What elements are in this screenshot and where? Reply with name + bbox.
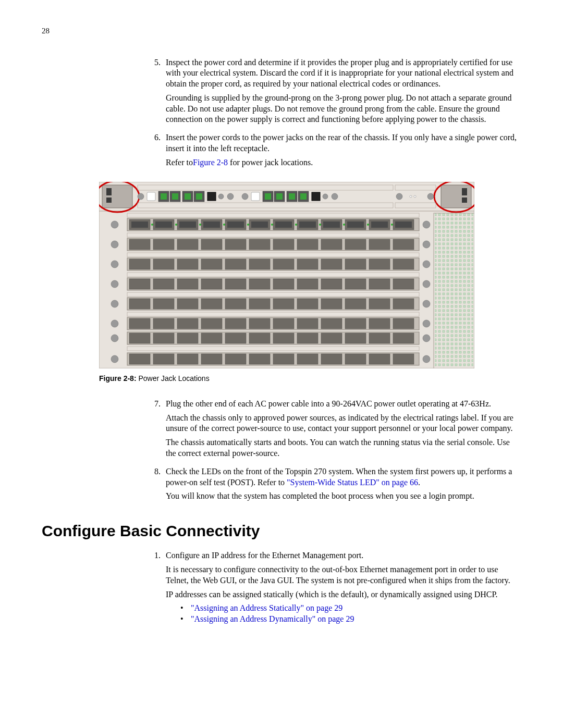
- svg-rect-91: [153, 239, 174, 250]
- svg-rect-90: [129, 239, 150, 250]
- svg-rect-176: [297, 333, 318, 343]
- svg-rect-92: [177, 239, 198, 250]
- svg-point-103: [111, 261, 118, 268]
- svg-rect-117: [393, 259, 414, 269]
- svg-rect-126: [225, 279, 246, 289]
- svg-rect-26: [251, 192, 260, 201]
- step-text: The chassis automatically starts and boo…: [166, 437, 521, 459]
- svg-rect-162: [321, 318, 342, 329]
- step-number: 6.: [146, 132, 166, 171]
- svg-point-37: [332, 193, 338, 200]
- svg-point-39: [396, 193, 402, 200]
- svg-rect-32: [289, 193, 295, 200]
- svg-rect-177: [321, 333, 342, 343]
- svg-point-40: [410, 195, 412, 198]
- svg-rect-143: [249, 299, 270, 309]
- step-text: Check the LEDs on the front of the Topsp…: [166, 466, 521, 488]
- step-text: Attach the chassis only to approved powe…: [166, 413, 521, 435]
- svg-rect-7: [462, 198, 467, 203]
- svg-rect-6: [462, 188, 467, 195]
- svg-rect-122: [129, 279, 150, 289]
- figure-caption: Figure 2-8: Power Jack Locations: [99, 374, 521, 383]
- svg-rect-191: [273, 354, 294, 364]
- step-number: 1.: [146, 550, 166, 625]
- svg-rect-124: [177, 279, 198, 289]
- svg-point-12: [138, 193, 144, 200]
- svg-rect-4: [106, 198, 112, 203]
- svg-rect-82: [371, 221, 388, 228]
- svg-rect-95: [249, 239, 270, 250]
- step-text: Refer toFigure 2-8 for power jack locati…: [166, 157, 521, 168]
- svg-point-80: [367, 224, 369, 226]
- svg-point-135: [111, 300, 118, 307]
- step-text: Configure an IP address for the Ethernet…: [166, 550, 521, 561]
- svg-rect-195: [369, 354, 390, 364]
- svg-rect-157: [201, 318, 222, 329]
- svg-rect-125: [201, 279, 222, 289]
- svg-rect-34: [300, 193, 307, 200]
- svg-point-153: [423, 320, 430, 327]
- svg-rect-189: [225, 354, 246, 364]
- configure-steps: 1. Configure an IP address for the Ether…: [146, 550, 521, 625]
- svg-point-137: [423, 300, 430, 307]
- svg-rect-67: [251, 221, 268, 228]
- cross-ref-link[interactable]: "Assigning an Address Statically" on pag…: [191, 603, 342, 612]
- step-text: Grounding is supplied by the ground-pron…: [166, 93, 521, 125]
- svg-rect-196: [393, 354, 414, 364]
- svg-rect-64: [227, 221, 244, 228]
- svg-rect-85: [395, 221, 412, 228]
- svg-rect-194: [345, 354, 366, 364]
- svg-point-182: [111, 355, 118, 363]
- cross-ref-link[interactable]: "Assigning an Address Dynamically" on pa…: [191, 614, 354, 623]
- svg-point-62: [223, 224, 225, 226]
- svg-point-184: [423, 355, 430, 363]
- svg-rect-106: [129, 259, 150, 269]
- svg-rect-101: [393, 239, 414, 250]
- svg-rect-180: [393, 333, 414, 343]
- figure-power-jack-locations: [99, 182, 474, 368]
- svg-rect-28: [265, 193, 271, 200]
- svg-point-56: [175, 224, 177, 226]
- svg-rect-164: [369, 318, 390, 329]
- svg-rect-114: [321, 259, 342, 269]
- step-number: 7.: [146, 399, 166, 462]
- svg-rect-187: [177, 354, 198, 364]
- svg-point-25: [242, 193, 248, 200]
- install-steps-part-b: 7. Plug the other end of each AC power c…: [146, 399, 521, 505]
- svg-point-42: [427, 193, 434, 200]
- svg-rect-129: [297, 279, 318, 289]
- svg-point-50: [423, 221, 430, 228]
- svg-point-23: [218, 194, 224, 199]
- svg-rect-138: [129, 299, 150, 309]
- svg-point-119: [111, 280, 118, 288]
- svg-rect-149: [393, 299, 414, 309]
- svg-rect-113: [297, 259, 318, 269]
- svg-rect-192: [297, 354, 318, 364]
- svg-rect-21: [196, 193, 202, 200]
- svg-point-168: [423, 335, 430, 342]
- svg-rect-145: [297, 299, 318, 309]
- svg-rect-97: [297, 239, 318, 250]
- svg-rect-123: [153, 279, 174, 289]
- svg-rect-19: [185, 193, 191, 200]
- svg-point-65: [247, 224, 249, 226]
- svg-rect-161: [297, 318, 318, 329]
- svg-point-48: [111, 221, 118, 228]
- svg-rect-108: [177, 259, 198, 269]
- step-text: Inspect the power cord and determine if …: [166, 57, 521, 90]
- svg-rect-140: [177, 299, 198, 309]
- svg-rect-15: [161, 193, 167, 200]
- svg-rect-107: [153, 259, 174, 269]
- svg-rect-70: [275, 221, 292, 228]
- svg-point-74: [319, 224, 321, 226]
- cross-ref-link[interactable]: "System-Wide Status LED" on page 66: [287, 478, 418, 487]
- install-steps-part-a: 5. Inspect the power cord and determine …: [146, 57, 521, 171]
- svg-rect-115: [345, 259, 366, 269]
- svg-rect-76: [323, 221, 340, 228]
- svg-rect-186: [153, 354, 174, 364]
- figure-link[interactable]: Figure 2-8: [193, 158, 228, 167]
- svg-rect-112: [273, 259, 294, 269]
- svg-rect-93: [201, 239, 222, 250]
- svg-rect-55: [155, 221, 172, 228]
- svg-rect-185: [129, 354, 150, 364]
